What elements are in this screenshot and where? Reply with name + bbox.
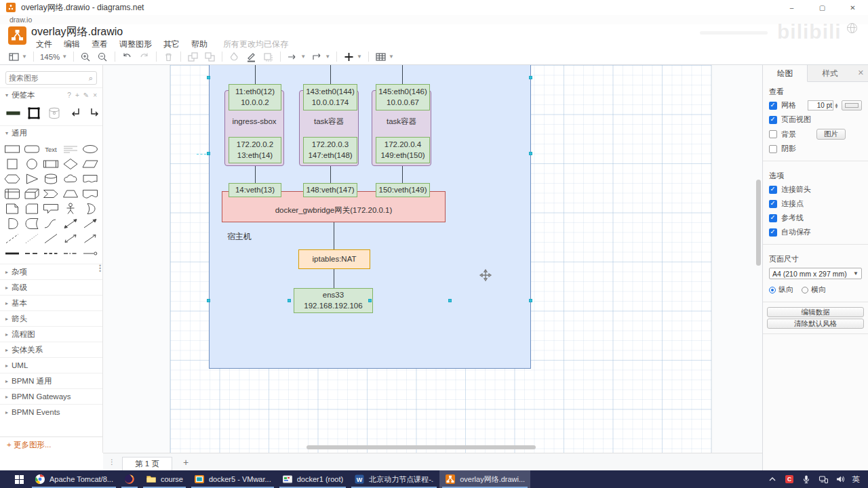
record-icon[interactable]: C [785,474,794,484]
tab-diagram[interactable]: 绘图 [763,65,808,82]
network-icon[interactable] [818,474,828,484]
selection-handle[interactable] [368,299,372,302]
shape-rectangle-icon[interactable] [3,142,22,157]
drawing-canvas[interactable]: ingress-sbox 11:eth0(12)10.0.0.2 172.20.… [103,65,762,453]
close-button[interactable]: ✕ [837,0,868,15]
grid-size-input[interactable]: 10 pt [808,100,833,110]
clear-default-style-button[interactable]: 清除默认风格 [767,319,864,329]
shape-cylinder-icon[interactable] [41,171,61,186]
sidebar-section-杂项[interactable]: ▸杂项 [0,264,102,279]
connector-line[interactable] [255,163,256,183]
shape-circle-icon[interactable] [22,157,42,171]
shape-bold-line-icon[interactable] [3,246,22,261]
taskbar-item-explorer-course[interactable]: course [140,470,189,488]
guides-checkbox[interactable] [769,214,777,222]
page-view-checkbox[interactable] [769,116,777,124]
landscape-radio[interactable] [802,287,808,293]
horizontal-scrollbar[interactable] [307,445,536,449]
shape-cloud-icon[interactable] [61,171,81,186]
connector-line[interactable] [334,269,334,288]
selection-handle[interactable] [448,299,452,302]
shape-note-icon[interactable] [3,201,22,216]
table-icon[interactable]: ▼ [372,50,397,64]
shape-dashed-line-icon[interactable] [3,231,22,246]
shape-bidirectional-arrow-icon[interactable] [61,216,81,231]
taskbar-item-start[interactable] [9,470,29,488]
page-tab[interactable]: 第 1 页 [122,457,172,470]
corner-arrow-right-icon[interactable] [87,106,103,121]
taskbar-item-drawio[interactable]: overlay网络.drawi... [439,470,530,488]
pages-menu-icon[interactable]: ⋮ [108,458,115,466]
edit-data-button[interactable]: 编辑数据 [767,307,864,317]
tab-style[interactable]: 样式 [808,65,852,81]
zoom-out-icon[interactable] [94,50,111,64]
shape-internal-storage-icon[interactable] [3,186,22,201]
shape-parallelogram-icon[interactable] [80,157,100,171]
scratchpad-help-icon[interactable]: ? [67,92,71,99]
connector-line[interactable] [255,65,256,84]
scratchpad-add-icon[interactable]: + [75,92,79,99]
general-section-header[interactable]: ▾ 通用 [0,125,102,140]
selection-handle[interactable] [207,76,210,79]
microphone-icon[interactable] [802,474,811,484]
shape-curve-icon[interactable] [41,216,61,231]
zoom-level-select[interactable]: 145%▼ [37,50,70,64]
connector-line[interactable] [402,163,403,183]
zoom-in-icon[interactable] [77,50,94,64]
undo-icon[interactable] [119,50,136,64]
eth-interface-shape[interactable]: 172.20.0.213:eth(14) [229,137,281,163]
eth-interface-shape[interactable]: 172.20.0.4149:eth(150) [376,137,430,163]
shape-ellipse-icon[interactable] [80,142,100,157]
selection-handle[interactable] [207,299,210,302]
ime-icon[interactable]: 英 [852,474,861,485]
iptables-nat-shape[interactable]: iptables:NAT [298,249,370,269]
sidebar-section-流程图[interactable]: ▸流程图 [0,326,102,342]
background-image-button[interactable]: 图片 [816,129,846,140]
selection-handle[interactable] [529,299,532,302]
waypoint-icon[interactable]: ▼ [309,50,333,64]
shape-card-icon[interactable] [22,201,42,216]
search-input[interactable] [6,74,89,82]
shape-trapezoid-icon[interactable] [61,186,81,201]
taskbar-item-chrome[interactable]: Apache Tomcat/8... [29,470,119,488]
thick-line-shape-icon[interactable] [5,106,22,121]
selection-handle[interactable] [288,299,291,302]
shape-triangle-icon[interactable] [22,171,42,186]
vertical-scrollbar[interactable] [756,180,761,266]
connector-line[interactable] [334,222,334,249]
background-checkbox[interactable] [769,130,777,138]
scratchpad-header[interactable]: ▾ 便签本 ? + ✎ × [0,87,102,102]
eth-interface-shape[interactable]: 143:eth0(144)10.0.0.174 [303,84,357,110]
grid-color-button[interactable] [842,100,862,110]
selection-handle[interactable] [529,152,532,155]
selection-handle[interactable] [207,152,210,155]
sidebar-section-BPMN 通用[interactable]: ▸BPMN 通用 [0,373,102,388]
shape-textbox-icon[interactable] [61,142,81,157]
shape-callout-icon[interactable] [41,201,61,216]
taskbar-item-word-doc[interactable]: W北京动力节点课程-... [349,470,439,488]
connector-line[interactable] [402,65,403,84]
sidebar-section-高级[interactable]: ▸高级 [0,279,102,295]
taskbar-item-vmware-docker5[interactable]: docker5 - VMwar... [189,470,277,488]
selection-handle[interactable] [529,76,532,79]
shape-rounded-rectangle-icon[interactable] [22,142,42,157]
veth-shape[interactable]: 148:veth(147) [303,183,357,197]
shape-square-icon[interactable] [3,157,22,171]
shape-diamond-icon[interactable] [61,157,81,171]
shape-dashed-edge-long-icon[interactable] [41,246,61,261]
shape-text-icon[interactable]: Text [41,142,61,157]
eth-interface-shape[interactable]: 145:eth0(146)10.0.0.67 [376,84,430,110]
shape-document-icon[interactable] [80,171,100,186]
bold-square-shape-icon[interactable] [26,106,42,121]
shape-line-icon[interactable] [41,231,61,246]
connector-line[interactable] [330,65,331,84]
portrait-radio[interactable] [769,287,776,293]
shape-or-icon[interactable] [80,201,100,216]
shape-arrow-icon[interactable] [80,216,100,231]
shape-data-storage-icon[interactable] [22,216,42,231]
shape-cube-icon[interactable] [22,186,42,201]
minimize-button[interactable]: – [776,0,807,15]
shape-dotted-line-icon[interactable] [22,231,42,246]
shape-step-icon[interactable] [41,186,61,201]
more-shapes-button[interactable]: + 更多图形... [0,436,102,453]
